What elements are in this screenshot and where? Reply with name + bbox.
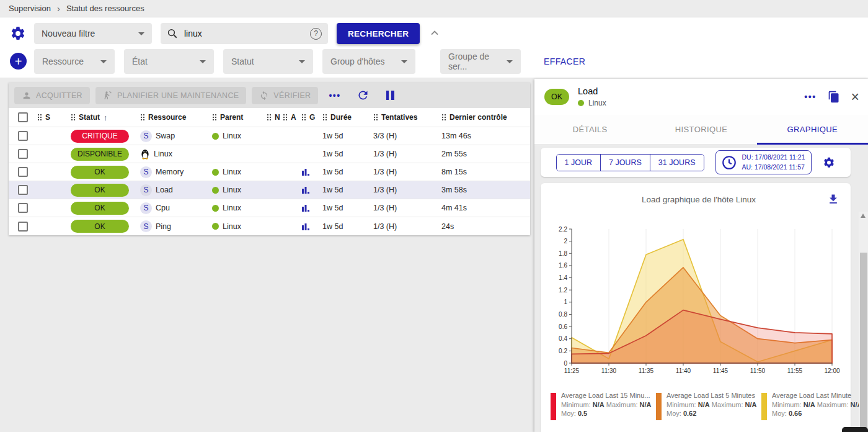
column-header-resource[interactable]: Ressource xyxy=(140,113,212,122)
row-checkbox[interactable] xyxy=(18,131,28,141)
drag-handle-icon[interactable] xyxy=(37,114,42,121)
add-criteria-button[interactable]: + xyxy=(10,53,27,70)
tab-details[interactable]: DÉTAILS xyxy=(534,115,645,144)
column-header-graph[interactable]: G xyxy=(301,113,322,122)
help-icon[interactable]: ? xyxy=(310,28,322,40)
panel-host-name[interactable]: Linux xyxy=(588,99,606,107)
legend-item[interactable]: Average Load Last 15 Minu... Minimum: N/… xyxy=(551,392,649,420)
column-header-severity[interactable]: S xyxy=(37,113,71,122)
parent-name[interactable]: Linux xyxy=(223,132,241,140)
criteria-servicegroup-select[interactable]: Groupe de ser... xyxy=(440,49,521,74)
duration-value: 1w 5d xyxy=(322,204,343,212)
column-header-last-check[interactable]: Dernier contrôle xyxy=(441,113,524,122)
table-row[interactable]: OK SPing Linux 1w 5d 1/3 (H) 24s xyxy=(9,217,530,235)
tab-graph[interactable]: GRAPHIQUE xyxy=(757,115,868,144)
row-checkbox[interactable] xyxy=(18,185,28,195)
drag-handle-icon[interactable] xyxy=(140,114,144,121)
drag-handle-icon[interactable] xyxy=(441,114,446,121)
tries-value: 1/3 (H) xyxy=(373,150,397,158)
criteria-resource-select[interactable]: Ressource xyxy=(34,49,115,74)
column-header-ack[interactable]: A xyxy=(283,113,301,122)
scroll-up-arrow-icon[interactable] xyxy=(861,214,866,218)
resource-name[interactable]: Memory xyxy=(156,168,184,176)
parent-name[interactable]: Linux xyxy=(223,204,241,212)
table-row[interactable]: DISPONIBLE Linux 1w 5d 1/3 (H) 2m 55s xyxy=(9,145,530,163)
load-area-chart[interactable]: 00.20.40.60.811.21.41.61.822.211:2511:30… xyxy=(549,224,841,378)
clear-filters-button[interactable]: EFFACER xyxy=(544,56,585,66)
set-downtime-button[interactable]: PLANIFIER UNE MAINTENANCE xyxy=(95,87,246,104)
acknowledge-label: ACQUITTER xyxy=(36,91,82,100)
saved-filter-select[interactable]: Nouveau filtre xyxy=(34,23,152,44)
breadcrumb-item-resources-status[interactable]: Statut des ressources xyxy=(66,4,144,13)
range-1-day-button[interactable]: 1 JOUR xyxy=(557,155,601,171)
tab-history[interactable]: HISTORIQUE xyxy=(645,115,756,144)
graph-icon[interactable] xyxy=(301,168,310,176)
panel-scrollbar[interactable] xyxy=(859,212,868,432)
criteria-hostgroup-select[interactable]: Group d'hôtes xyxy=(322,49,415,74)
collapse-filters-icon[interactable] xyxy=(428,27,441,40)
table-row[interactable]: OK SMemory Linux 1w 5d 1/3 (H) 8m 15s xyxy=(9,163,530,181)
column-header-notes[interactable]: N xyxy=(267,113,283,122)
check-button[interactable]: VÉRIFIER xyxy=(252,87,318,104)
svg-text:1.2: 1.2 xyxy=(559,287,567,294)
drag-handle-icon[interactable] xyxy=(71,114,75,121)
row-checkbox[interactable] xyxy=(18,167,28,177)
search-button[interactable]: RECHERCHER xyxy=(337,23,420,44)
refresh-button[interactable] xyxy=(356,89,370,102)
range-31-days-button[interactable]: 31 JOURS xyxy=(650,155,704,171)
resource-name[interactable]: Swap xyxy=(156,132,175,140)
parent-name[interactable]: Linux xyxy=(223,168,241,176)
column-header-tries[interactable]: Tentatives xyxy=(373,113,441,122)
search-field[interactable]: ? xyxy=(161,23,328,44)
column-header-status[interactable]: Statut↑ xyxy=(71,113,140,122)
custom-period-button[interactable]: DU: 17/08/2021 11:21 AU: 17/08/2021 11:5… xyxy=(715,150,812,174)
range-7-days-button[interactable]: 7 JOURS xyxy=(601,155,650,171)
parent-name[interactable]: Linux xyxy=(223,222,241,231)
drag-handle-icon[interactable] xyxy=(267,114,271,121)
plus-icon: + xyxy=(15,55,22,68)
download-icon[interactable] xyxy=(827,193,839,205)
search-input[interactable] xyxy=(184,29,296,38)
table-header-row: S Statut↑ Ressource Parent N A G Durée T… xyxy=(9,108,530,127)
drag-handle-icon[interactable] xyxy=(322,114,327,121)
row-checkbox[interactable] xyxy=(18,222,28,232)
resource-name[interactable]: Load xyxy=(156,186,173,194)
status-badge: OK xyxy=(71,202,129,215)
copy-link-icon[interactable] xyxy=(828,91,840,103)
breadcrumb-item-supervision[interactable]: Supervision xyxy=(9,4,51,13)
drag-handle-icon[interactable] xyxy=(373,114,378,121)
table-row-selected[interactable]: OK SLoad Linux 1w 5d 1/3 (H) 3m 58s xyxy=(9,181,530,199)
drag-handle-icon[interactable] xyxy=(212,114,216,121)
panel-more-actions-button[interactable]: ••• xyxy=(804,92,816,102)
acknowledge-button[interactable]: ACQUITTER xyxy=(14,87,90,104)
criteria-status-select[interactable]: Statut xyxy=(223,49,313,74)
pause-autorefresh-button[interactable] xyxy=(386,91,394,100)
scrollbar-thumb[interactable] xyxy=(860,253,867,432)
sort-asc-icon[interactable]: ↑ xyxy=(104,113,108,122)
legend-item[interactable]: Average Load Last 5 Minutes Minimum: N/A… xyxy=(656,392,754,420)
filter-settings-button[interactable] xyxy=(10,25,26,42)
resource-name[interactable]: Cpu xyxy=(156,204,170,212)
graph-icon[interactable] xyxy=(301,204,310,212)
parent-name[interactable]: Linux xyxy=(223,186,241,194)
drag-handle-icon[interactable] xyxy=(301,114,306,121)
last-check-value: 2m 55s xyxy=(441,150,467,158)
more-actions-button[interactable]: ••• xyxy=(329,91,340,101)
table-row[interactable]: OK SCpu Linux 1w 5d 1/3 (H) 4m 41s xyxy=(9,199,530,217)
criteria-state-select[interactable]: État xyxy=(124,49,214,74)
resource-name[interactable]: Linux xyxy=(154,150,172,158)
graph-settings-gear-icon[interactable] xyxy=(823,156,835,169)
resource-name[interactable]: Ping xyxy=(156,222,171,231)
graph-icon[interactable] xyxy=(301,222,310,231)
column-header-duration[interactable]: Durée xyxy=(322,113,373,122)
drag-handle-icon[interactable] xyxy=(283,114,287,121)
svg-text:11:25: 11:25 xyxy=(564,367,580,374)
select-all-checkbox[interactable] xyxy=(18,112,28,122)
row-checkbox[interactable] xyxy=(18,203,28,213)
row-checkbox[interactable] xyxy=(18,149,28,159)
legend-item[interactable]: Average Load Last Minute Minimum: N/A Ma… xyxy=(761,392,859,420)
table-row[interactable]: CRITIQUE SSwap Linux 1w 5d 3/3 (H) 13m 4… xyxy=(9,127,530,145)
graph-icon[interactable] xyxy=(301,186,310,194)
close-panel-button[interactable]: × xyxy=(851,90,859,104)
column-header-parent[interactable]: Parent xyxy=(212,113,267,122)
